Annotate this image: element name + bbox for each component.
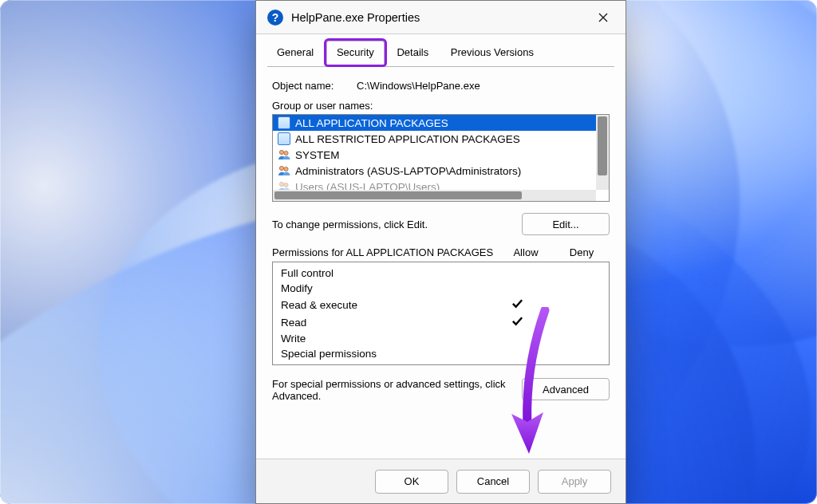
close-button[interactable] (589, 6, 618, 30)
checkmark-icon (489, 297, 545, 312)
users-icon (278, 164, 290, 177)
groups-label: Group or user names: (272, 100, 610, 112)
tab-details[interactable]: Details (387, 41, 438, 64)
perm-row-read-execute: Read & execute (273, 296, 609, 313)
svg-point-3 (284, 167, 288, 171)
apply-button[interactable]: Apply (538, 470, 611, 494)
object-name-label: Object name: (272, 80, 357, 92)
perm-row-special: Special permissions (273, 346, 609, 361)
advanced-button[interactable]: Advanced (522, 378, 610, 400)
window-title: HelpPane.exe Properties (291, 11, 420, 24)
group-item-all-restricted[interactable]: ALL RESTRICTED APPLICATION PACKAGES (273, 131, 596, 147)
tab-previous-versions[interactable]: Previous Versions (441, 41, 543, 64)
tab-strip: General Security Details Previous Versio… (267, 41, 614, 67)
perm-row-read: Read (273, 313, 609, 331)
group-item-users[interactable]: Users (ASUS-LAPTOP\Users) (273, 179, 596, 190)
groups-vertical-scrollbar[interactable] (596, 115, 609, 190)
users-icon (278, 180, 290, 190)
svg-point-1 (284, 151, 288, 155)
group-item-all-app-packages[interactable]: ALL APPLICATION PACKAGES (273, 115, 596, 131)
help-icon: ? (267, 10, 283, 26)
perm-row-full-control: Full control (273, 266, 609, 281)
package-icon (278, 132, 290, 145)
tab-security[interactable]: Security (326, 41, 385, 65)
users-icon (278, 148, 290, 161)
groups-horizontal-scrollbar[interactable] (273, 190, 596, 201)
svg-point-0 (279, 150, 283, 154)
checkmark-icon (489, 315, 545, 329)
permissions-table: Full control Modify Read & execute Read … (272, 262, 610, 365)
cancel-button[interactable]: Cancel (456, 470, 530, 494)
permissions-header-label: Permissions for ALL APPLICATION PACKAGES (272, 246, 498, 258)
svg-point-4 (279, 182, 283, 186)
ok-button[interactable]: OK (375, 470, 448, 494)
advanced-hint: For special permissions or advanced sett… (272, 378, 522, 402)
titlebar: ? HelpPane.exe Properties (256, 1, 626, 34)
column-allow: Allow (498, 246, 554, 258)
group-item-system[interactable]: SYSTEM (273, 147, 596, 163)
perm-row-modify: Modify (273, 281, 609, 296)
tab-general[interactable]: General (267, 41, 323, 64)
column-deny: Deny (554, 246, 610, 258)
groups-listbox[interactable]: ALL APPLICATION PACKAGES ALL RESTRICTED … (272, 114, 610, 202)
perm-row-write: Write (273, 331, 609, 346)
package-icon (278, 116, 290, 129)
edit-hint: To change permissions, click Edit. (272, 219, 522, 230)
group-item-administrators[interactable]: Administrators (ASUS-LAPTOP\Administrato… (273, 163, 596, 179)
dialog-footer: OK Cancel Apply (256, 459, 626, 503)
edit-button[interactable]: Edit... (522, 213, 610, 235)
properties-dialog: ? HelpPane.exe Properties General Securi… (255, 0, 626, 504)
object-name-row: Object name: C:\Windows\HelpPane.exe (272, 80, 610, 92)
object-name-value: C:\Windows\HelpPane.exe (357, 80, 480, 92)
svg-point-2 (279, 166, 283, 170)
svg-point-5 (284, 183, 288, 187)
